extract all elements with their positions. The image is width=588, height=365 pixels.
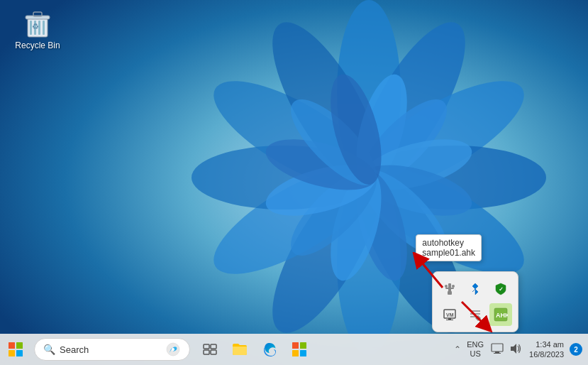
svg-rect-63 [211, 350, 216, 354]
svg-rect-62 [204, 350, 209, 354]
store-button[interactable] [285, 335, 314, 364]
svg-rect-53 [9, 342, 15, 349]
svg-rect-68 [492, 344, 503, 352]
file-explorer-button[interactable] [226, 335, 254, 364]
svg-rect-39 [448, 291, 452, 295]
taskbar: 🔍 Search [0, 334, 588, 365]
svg-text:VM: VM [446, 312, 454, 317]
volume-icon[interactable] [508, 341, 523, 359]
recycle-bin-icon: ♻ [23, 9, 52, 38]
svg-rect-67 [300, 350, 306, 356]
svg-rect-64 [292, 342, 299, 349]
svg-rect-29 [43, 21, 45, 35]
svg-rect-61 [211, 344, 216, 349]
search-label: Search [60, 344, 89, 355]
locale-display[interactable]: ENG US [467, 340, 484, 359]
svg-text:✓: ✓ [499, 286, 504, 293]
notification-count: 2 [574, 346, 578, 354]
svg-rect-56 [16, 350, 23, 356]
display-icon[interactable] [489, 341, 505, 359]
date-display: 16/8/2023 [529, 349, 564, 359]
notification-badge[interactable]: 2 [570, 343, 582, 356]
edge-button[interactable] [255, 335, 284, 364]
start-button[interactable] [0, 334, 31, 365]
svg-rect-69 [495, 352, 499, 353]
clock[interactable]: 1:34 am 16/8/2023 [526, 338, 567, 361]
tooltip-line1: autohotkey [422, 238, 475, 248]
search-glass-icon: 🔍 [43, 344, 55, 355]
system-tray: ⌃ ENG US [451, 338, 588, 361]
svg-rect-55 [9, 350, 15, 356]
svg-rect-60 [204, 344, 209, 349]
recycle-bin-label: Recycle Bin [15, 40, 60, 50]
chevron-up-icon: ⌃ [454, 344, 461, 354]
svg-rect-45 [448, 318, 451, 320]
svg-rect-46 [446, 320, 453, 320]
taskbar-apps [196, 335, 314, 364]
time-display: 1:34 am [536, 339, 564, 349]
svg-line-36 [462, 302, 487, 327]
svg-rect-70 [494, 353, 501, 354]
svg-point-59 [172, 348, 174, 351]
recycle-bin[interactable]: ♻ Recycle Bin [13, 9, 62, 50]
svg-line-34 [418, 258, 443, 288]
locale-line1: ENG [467, 340, 484, 349]
svg-rect-65 [300, 342, 306, 349]
desktop: ♻ Recycle Bin autohotkey sample01.ahk [0, 0, 588, 365]
svg-text:♻: ♻ [32, 22, 39, 31]
locale-line2: US [470, 349, 481, 359]
taskview-button[interactable] [196, 335, 224, 364]
svg-point-41 [452, 285, 455, 288]
svg-text:AHK: AHK [496, 312, 508, 319]
svg-rect-54 [16, 342, 23, 349]
show-hidden-button[interactable]: ⌃ [451, 342, 464, 357]
search-bar[interactable]: 🔍 Search [34, 338, 190, 361]
svg-marker-71 [511, 344, 516, 354]
svg-rect-66 [292, 350, 299, 356]
